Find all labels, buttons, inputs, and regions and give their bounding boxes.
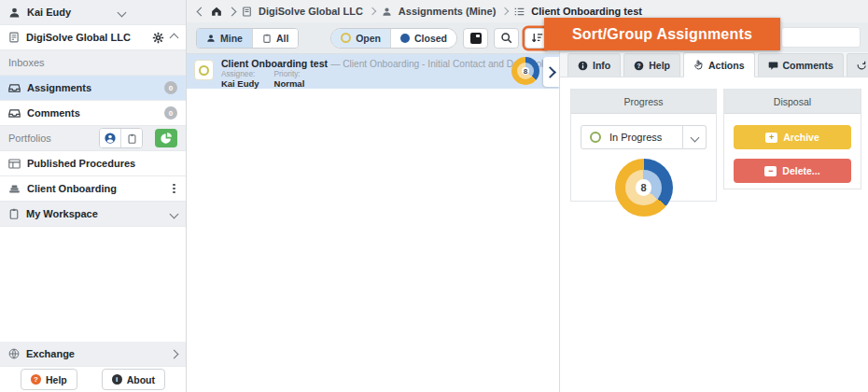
exchange-label: Exchange	[26, 348, 75, 359]
mine-label: Mine	[220, 33, 243, 44]
open-label: Open	[356, 33, 381, 44]
progress-header: Progress	[571, 90, 716, 114]
expand-panel-button[interactable]	[543, 57, 559, 87]
archive-button-label: Archive	[783, 132, 819, 143]
help-button-label: Help	[46, 374, 67, 385]
books-stack-icon	[8, 183, 21, 195]
progress-status-value[interactable]: In Progress	[581, 125, 683, 149]
user-avatar-icon	[8, 7, 21, 19]
svg-text:?: ?	[637, 62, 641, 68]
help-icon: ?	[31, 374, 41, 385]
home-icon[interactable]	[211, 6, 222, 17]
inboxes-label: Inboxes	[8, 57, 45, 68]
help-icon: ?	[634, 61, 644, 71]
sidebar: Kai Eudy DigiSolve Global LLC Inboxes As…	[0, 0, 187, 392]
pie-chart-icon	[161, 133, 172, 144]
progress-donut-small: 8	[511, 57, 539, 85]
inbox-icon	[8, 107, 21, 119]
panel-search-box[interactable]	[781, 27, 861, 48]
progress-dropdown-button[interactable]	[683, 125, 707, 149]
assignment-list-panel: Mine All Open Closed	[187, 22, 559, 392]
inbox-icon	[8, 82, 21, 94]
chevron-down-icon	[690, 133, 699, 142]
in-progress-status-icon	[590, 132, 601, 143]
info-icon: i	[112, 374, 122, 385]
list-toolbar: Mine All Open Closed	[187, 22, 559, 54]
sort-icon	[531, 32, 543, 44]
open-closed-toggle: Open Closed	[330, 28, 457, 49]
detail-tabs: Info ? Help Actions Comments Activity	[560, 52, 868, 77]
search-button[interactable]	[494, 28, 519, 49]
org-name: DigiSolve Global LLC	[26, 32, 131, 43]
my-workspace-label: My Workspace	[26, 208, 98, 219]
breadcrumb-separator	[369, 7, 376, 15]
open-filter-button[interactable]: Open	[331, 29, 390, 48]
section-portfolios: Portfolios	[0, 126, 186, 151]
tab-activity[interactable]: Activity	[847, 53, 868, 77]
sidebar-item-exchange[interactable]: Exchange	[0, 342, 186, 367]
back-icon[interactable]	[197, 7, 206, 16]
tab-label: Help	[649, 60, 670, 71]
table-icon	[8, 158, 21, 170]
about-button[interactable]: i About	[102, 369, 165, 390]
sidebar-item-comments[interactable]: Comments 0	[0, 101, 186, 126]
breadcrumb-separator	[501, 7, 509, 15]
gear-icon[interactable]	[152, 32, 164, 44]
sidebar-item-published-procedures[interactable]: Published Procedures	[0, 151, 186, 176]
info-icon	[578, 61, 588, 71]
portfolio-clipboard-toggle[interactable]	[120, 129, 142, 147]
donut-count: 8	[636, 179, 651, 195]
client-onboarding-label: Client Onboarding	[27, 183, 117, 194]
closed-filter-button[interactable]: Closed	[390, 29, 456, 48]
breadcrumb-org[interactable]: DigiSolve Global LLC	[259, 6, 363, 17]
org-icon	[8, 32, 20, 43]
progress-status-label: In Progress	[609, 132, 662, 143]
clipboard-icon	[127, 133, 137, 144]
board-view-button[interactable]	[463, 28, 488, 49]
sidebar-item-assignments[interactable]: Assignments 0	[0, 76, 186, 101]
help-button[interactable]: ? Help	[21, 369, 77, 390]
assignments-label: Assignments	[27, 82, 91, 93]
all-filter-button[interactable]: All	[252, 29, 298, 48]
kebab-menu-icon[interactable]	[171, 182, 177, 196]
archive-button[interactable]: + Archive	[734, 125, 851, 149]
delete-button-label: Delete...	[782, 165, 819, 176]
comments-label: Comments	[27, 107, 80, 119]
section-inboxes: Inboxes	[0, 50, 186, 76]
comments-badge: 0	[164, 106, 177, 119]
portfolio-person-toggle[interactable]	[100, 129, 120, 147]
progress-status-dropdown: In Progress	[581, 125, 707, 149]
closed-status-icon	[400, 34, 410, 43]
person-icon	[382, 7, 392, 17]
delete-button[interactable]: − Delete...	[734, 159, 851, 183]
tab-info[interactable]: Info	[567, 53, 621, 77]
disposal-header: Disposal	[724, 90, 861, 114]
search-icon	[500, 32, 512, 44]
board-icon	[470, 33, 482, 44]
chevron-right-icon	[170, 349, 179, 358]
tab-comments[interactable]: Comments	[758, 53, 844, 77]
org-row[interactable]: DigiSolve Global LLC	[0, 25, 186, 50]
open-status-icon	[341, 33, 351, 43]
add-portfolio-button[interactable]	[155, 129, 177, 147]
tab-label: Comments	[783, 60, 833, 71]
tab-label: Actions	[708, 60, 745, 71]
sidebar-item-client-onboarding[interactable]: Client Onboarding	[0, 176, 186, 202]
breadcrumb-assignments[interactable]: Assignments (Mine)	[399, 6, 497, 17]
user-menu[interactable]: Kai Eudy	[0, 0, 186, 25]
clipboard-icon	[8, 208, 20, 219]
sidebar-item-my-workspace[interactable]: My Workspace	[0, 202, 186, 227]
assignment-list-item[interactable]: Client Onboarding test — Client Onboardi…	[187, 54, 559, 89]
hand-pointer-icon	[693, 60, 704, 70]
forward-icon[interactable]	[228, 7, 237, 16]
chevron-up-icon[interactable]	[170, 33, 179, 42]
sidebar-footer: ? Help i About	[0, 367, 186, 392]
person-icon	[105, 133, 116, 144]
priority-value: Normal	[274, 78, 305, 89]
mine-filter-button[interactable]: Mine	[197, 29, 252, 48]
tab-help[interactable]: ? Help	[623, 53, 680, 77]
assignee-label: Assignee:	[221, 70, 259, 78]
tab-actions[interactable]: Actions	[683, 52, 755, 77]
assignment-status-icon[interactable]	[194, 60, 214, 80]
list-icon	[514, 7, 525, 17]
